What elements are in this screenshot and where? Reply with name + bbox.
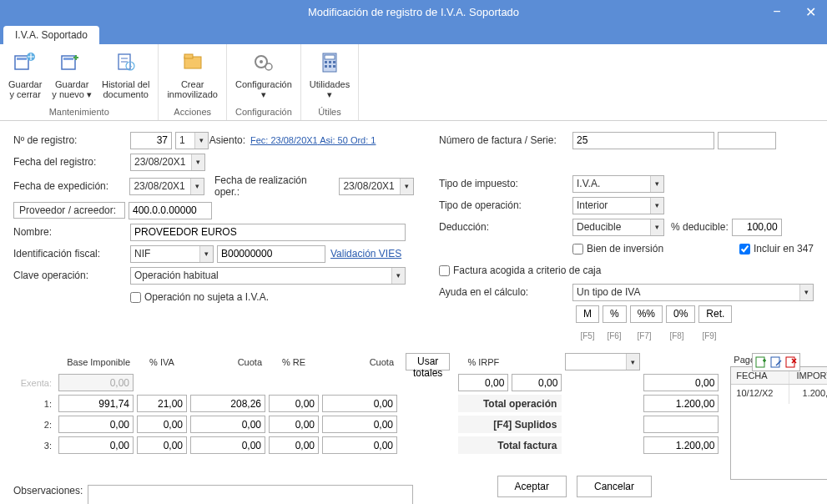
ribbon-label: Guardar [8,79,42,89]
ribbon-label2: documento [103,89,148,99]
fecha-realiz-input[interactable]: 23/08/20X1▾ [339,178,414,195]
tot-v3-input[interactable] [643,374,719,391]
usar-totales-button[interactable]: Usar totales [406,353,450,370]
aceptar-button[interactable]: Aceptar [497,476,567,497]
row3-cuota2-input[interactable] [322,436,397,454]
row3-piva-input[interactable] [137,436,187,454]
mini-m-button[interactable]: M [576,305,599,323]
nregistro-input[interactable] [130,132,172,149]
row2-cuota2-input[interactable] [322,416,397,433]
chevron-down-icon[interactable]: ▾ [391,268,405,284]
total-op-input[interactable] [643,395,719,412]
nombre-input[interactable] [130,224,406,241]
row1-pre-input[interactable] [269,395,319,412]
vies-link[interactable]: Validación VIES [330,248,401,260]
row3-base-input[interactable] [58,436,134,454]
row2-pre-input[interactable] [269,416,319,433]
add-row-icon[interactable] [754,355,768,369]
mini-pctpct-button[interactable]: %% [630,305,663,323]
checkbox-input[interactable] [572,244,583,255]
chevron-down-icon[interactable]: ▾ [194,133,208,149]
proveedor-input[interactable] [129,202,212,219]
pctded-input[interactable] [732,219,782,236]
chevron-down-icon[interactable]: ▾ [650,176,663,192]
criteriocaja-checkbox[interactable]: Factura acogida a criterio de caja [439,265,601,276]
opnosujeta-checkbox[interactable]: Operación no sujeta a I.V.A. [130,291,269,303]
chevron-down-icon[interactable]: ▾ [191,154,204,170]
edit-row-icon[interactable] [769,355,783,369]
proveedor-label[interactable]: Proveedor / acreedor: [13,202,125,219]
incl347-checkbox[interactable]: Incluir en 347 [739,243,814,255]
mini-0pct-button[interactable]: 0% [666,305,695,323]
cancelar-button[interactable]: Cancelar [577,476,652,497]
ribbon-group-label: Mantenimiento [3,105,154,118]
chevron-down-icon[interactable]: ▾ [799,285,813,300]
row3-cuota-input[interactable] [190,436,265,454]
svg-point-12 [260,60,263,63]
mini-ret-button[interactable]: Ret. [698,305,732,323]
idfiscal-label: Identificación fiscal: [13,248,130,260]
guardar-nuevo-button[interactable]: Guardar y nuevo ▾ [47,46,97,105]
bieninv-checkbox[interactable]: Bien de inversión [572,243,663,255]
idfiscal-num-input[interactable] [217,245,325,263]
checkbox-input[interactable] [130,292,141,303]
svg-rect-16 [325,61,327,63]
configuracion-button[interactable]: Configuración ▾ [230,46,297,105]
ayuda-dropdown[interactable]: Un tipo de IVA▾ [572,284,814,301]
row1-piva-input[interactable] [137,395,187,412]
nregistro-aux-dropdown[interactable]: 1▾ [175,132,209,149]
chevron-down-icon[interactable]: ▾ [626,354,639,370]
numfact-label: Número de factura / Serie: [439,134,572,146]
suplidos-input[interactable] [643,416,719,433]
blank-dropdown[interactable]: ▾ [565,353,640,370]
utilidades-button[interactable]: Utilidades ▾ [305,46,355,105]
chevron-down-icon[interactable]: ▾ [199,246,213,262]
total-fact-input[interactable] [643,436,719,454]
chevron-down-icon[interactable]: ▾ [400,179,413,194]
tipoop-label: Tipo de operación: [439,199,572,211]
serie-input[interactable] [718,132,776,149]
svg-rect-22 [756,357,764,367]
tipoop-dropdown[interactable]: Interior▾ [572,197,664,214]
row1-cuota2-input[interactable] [322,395,397,412]
dropdown-value: Deducible [573,221,650,233]
fecha-exped-input[interactable]: 23/08/20X1▾ [129,178,204,195]
tab-iva-soportado[interactable]: I.V.A. Soportado [3,26,99,44]
clave-dropdown[interactable]: Operación habitual▾ [130,267,406,285]
svg-rect-19 [325,65,327,68]
idfiscal-type-dropdown[interactable]: NIF▾ [130,245,214,263]
minimize-button[interactable]: − [760,0,794,23]
deduccion-dropdown[interactable]: Deducible▾ [572,219,664,236]
asiento-asi: Asi: 50 [320,135,348,145]
fecha-exped-label: Fecha de expedición: [13,180,129,192]
asiento-link[interactable]: Fec: 23/08/20X1 Asi: 50 Ord: 1 [250,135,376,145]
close-button[interactable]: ✕ [794,0,827,23]
chevron-down-icon[interactable]: ▾ [650,198,663,214]
checkbox-input[interactable] [739,244,750,255]
row2-base-input[interactable] [58,416,134,433]
row1-cuota-input[interactable] [190,395,265,412]
fecha-registro-input[interactable]: 23/08/20X1▾ [130,154,205,171]
tipoimp-dropdown[interactable]: I.V.A.▾ [572,175,664,193]
deduccion-label: Deducción: [439,221,572,233]
mini-pct-button[interactable]: % [603,305,627,323]
header-cuota: Cuota [190,353,265,370]
historial-button[interactable]: Historial del documento [97,46,154,105]
checkbox-input[interactable] [439,265,450,276]
row3-pre-input[interactable] [269,436,319,454]
delete-row-icon[interactable] [784,355,798,369]
crear-inmovilizado-button[interactable]: Crear inmovilizado [162,46,223,105]
guardar-cerrar-button[interactable]: Guardar y cerrar [3,46,47,105]
chevron-down-icon[interactable]: ▾ [650,219,663,235]
observaciones-input[interactable] [88,485,413,504]
tot-v1-input[interactable] [458,374,508,391]
table-row[interactable]: 10/12/X2 1.200,00 [731,385,827,404]
row2-cuota-input[interactable] [190,416,265,433]
tot-v2-input[interactable] [512,374,562,391]
chevron-down-icon[interactable]: ▾ [190,179,204,194]
ribbon-label2: inmovilizado [167,89,218,99]
row2-piva-input[interactable] [137,416,187,433]
numfact-input[interactable] [572,132,714,149]
row1-base-input[interactable] [58,395,134,412]
ribbon-label: Historial del [102,79,149,89]
